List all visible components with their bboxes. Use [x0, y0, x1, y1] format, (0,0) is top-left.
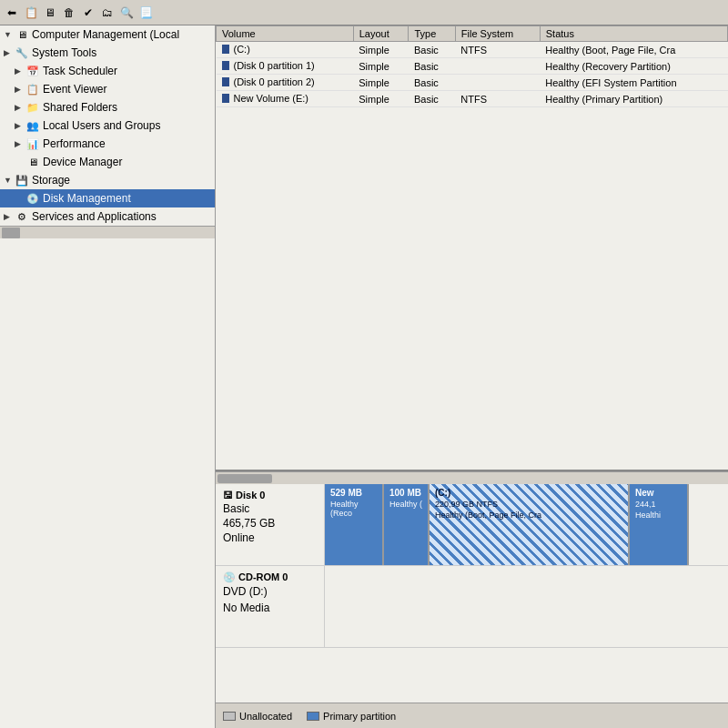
disk-type-disk0: Basic — [223, 502, 317, 515]
icon-device-manager: 🖥 — [25, 155, 40, 169]
cell-filesystem: NTFS — [455, 42, 540, 58]
sidebar-item-disk-management[interactable]: 💿 Disk Management — [0, 189, 215, 207]
expand-icon-services-apps: ▶ — [4, 212, 15, 221]
cell-type: Basic — [409, 75, 455, 91]
cell-type: Basic — [409, 58, 455, 75]
expand-icon-storage: ▼ — [4, 176, 15, 185]
sidebar-item-performance[interactable]: ▶ 📊 Performance — [0, 135, 215, 153]
icon-system-tools: 🔧 — [15, 46, 29, 60]
disk-table-container: Volume Layout Type File System Status (C… — [216, 25, 728, 471]
table-header-row: Volume Layout Type File System Status — [217, 26, 728, 42]
col-filesystem: File System — [455, 26, 540, 42]
legend-bar: Unallocated Primary partition — [216, 703, 728, 728]
expand-icon-task-scheduler: ▶ — [15, 66, 25, 76]
right-panel: Volume Layout Type File System Status (C… — [216, 25, 728, 728]
part-status: Healthy (Reco — [330, 500, 377, 518]
label-shared-folders: Shared Folders — [43, 101, 117, 114]
computer-icon[interactable]: 🖥 — [42, 5, 58, 21]
label-device-manager: Device Manager — [43, 156, 122, 168]
sidebar-root[interactable]: ▼ 🖥 Computer Management (Local — [0, 25, 215, 44]
partition-disk0-1[interactable]: 100 MB Healthy ( — [384, 484, 430, 565]
cell-type: Basic — [409, 42, 455, 58]
sidebar-item-system-tools[interactable]: ▶ 🔧 System Tools — [0, 44, 215, 62]
part-status: Healthi — [635, 511, 682, 520]
expand-icon-event-viewer: ▶ — [15, 85, 25, 94]
partition-disk0-2[interactable]: (C:) 220,99 GB NTFSHealthy (Boot, Page F… — [430, 484, 630, 565]
hscroll-thumb[interactable] — [217, 474, 272, 483]
table-row[interactable]: (Disk 0 partition 2) Simple Basic Health… — [217, 75, 728, 91]
icon-services-apps: ⚙ — [15, 209, 29, 224]
disk-type-cdrom0: DVD (D:) — [223, 585, 317, 598]
cell-type: Basic — [409, 91, 455, 107]
horizontal-scrollbar[interactable] — [216, 471, 728, 484]
folder-icon[interactable]: 🗂 — [99, 5, 116, 21]
disk-row-cdrom0: 💿 CD-ROM 0 DVD (D:) No Media — [216, 566, 728, 648]
part-status: Healthy (Boot, Page File, Cra — [435, 511, 622, 520]
sidebar-item-device-manager[interactable]: 🖥 Device Manager — [0, 153, 215, 171]
back-icon[interactable]: ⬅ — [4, 5, 20, 21]
disk-table-body: (C:) Simple Basic NTFS Healthy (Boot, Pa… — [217, 42, 728, 107]
part-status: Healthy ( — [389, 500, 422, 509]
cell-status: Healthy (Recovery Partition) — [540, 58, 727, 75]
search-icon[interactable]: 🔍 — [118, 5, 135, 21]
partition-disk0-0[interactable]: 529 MB Healthy (Reco — [325, 484, 384, 565]
cell-layout: Simple — [353, 75, 409, 91]
sidebar: ▼ 🖥 Computer Management (Local ▶ 🔧 Syste… — [0, 25, 216, 728]
vol-bar — [222, 77, 229, 86]
label-event-viewer: Event Viewer — [43, 83, 106, 96]
legend-label-primary: Primary partition — [323, 711, 396, 722]
legend-item-primary: Primary partition — [307, 711, 396, 722]
label-performance: Performance — [43, 137, 106, 150]
col-status: Status — [540, 26, 727, 42]
expand-icon-performance: ▶ — [15, 139, 25, 148]
sidebar-scroll-thumb[interactable] — [2, 228, 20, 238]
cell-layout: Simple — [353, 91, 409, 107]
sidebar-item-shared-folders[interactable]: ▶ 📁 Shared Folders — [0, 98, 215, 116]
disk-status-cdrom0: No Media — [223, 602, 317, 614]
icon-local-users: 👥 — [25, 118, 40, 133]
root-expand-icon: ▼ — [4, 30, 15, 39]
icon-disk-management: 💿 — [25, 191, 40, 206]
sidebar-item-services-apps[interactable]: ▶ ⚙ Services and Applications — [0, 207, 215, 226]
legend-item-unalloc: Unallocated — [223, 711, 292, 722]
label-storage: Storage — [32, 174, 70, 187]
delete-icon[interactable]: 🗑 — [61, 5, 77, 21]
cell-filesystem — [455, 75, 540, 91]
icon-event-viewer: 📋 — [25, 82, 40, 96]
check-icon[interactable]: ✔ — [80, 5, 96, 21]
sidebar-item-storage[interactable]: ▼ 💾 Storage — [0, 171, 215, 189]
cell-status: Healthy (Primary Partition) — [540, 91, 727, 107]
table-row[interactable]: (C:) Simple Basic NTFS Healthy (Boot, Pa… — [217, 42, 728, 58]
part-name: 100 MB — [389, 488, 422, 498]
col-layout: Layout — [353, 26, 409, 42]
part-name: 529 MB — [330, 488, 377, 498]
part-name: (C:) — [435, 488, 622, 498]
legend-box-unalloc — [223, 712, 236, 721]
disk-size-disk0: 465,75 GB — [223, 517, 317, 530]
disk-partitions-disk0: 529 MB Healthy (Reco 100 MB Healthy ( (C… — [325, 484, 728, 565]
part-status: 220,99 GB NTFS — [435, 500, 622, 509]
clipboard-icon[interactable]: 📋 — [23, 5, 39, 21]
table-row[interactable]: New Volume (E:) Simple Basic NTFS Health… — [217, 91, 728, 107]
toolbar: ⬅ 📋 🖥 🗑 ✔ 🗂 🔍 📃 — [0, 0, 728, 25]
root-label: Computer Management (Local — [32, 28, 179, 41]
sidebar-scrollbar[interactable] — [0, 226, 215, 238]
disk-name-cdrom0: 💿 CD-ROM 0 — [223, 571, 317, 583]
cell-status: Healthy (Boot, Page File, Cra — [540, 42, 727, 58]
root-icon: 🖥 — [15, 27, 29, 42]
label-task-scheduler: Task Scheduler — [43, 65, 117, 77]
disk-row-disk0: 🖫 Disk 0 Basic 465,75 GB Online 529 MB H… — [216, 484, 728, 566]
main-container: ▼ 🖥 Computer Management (Local ▶ 🔧 Syste… — [0, 25, 728, 728]
table-row[interactable]: (Disk 0 partition 1) Simple Basic Health… — [217, 58, 728, 75]
document-icon[interactable]: 📃 — [137, 5, 154, 21]
icon-shared-folders: 📁 — [25, 100, 40, 115]
disk-label-disk0: 🖫 Disk 0 Basic 465,75 GB Online — [216, 484, 325, 565]
sidebar-item-local-users[interactable]: ▶ 👥 Local Users and Groups — [0, 116, 215, 135]
expand-icon-system-tools: ▶ — [4, 48, 15, 57]
sidebar-item-task-scheduler[interactable]: ▶ 📅 Task Scheduler — [0, 62, 215, 80]
partition-disk0-3[interactable]: New 244,1Healthi — [630, 484, 689, 565]
part-name: New — [635, 488, 682, 498]
vol-bar — [222, 94, 229, 103]
disk-view: 🖫 Disk 0 Basic 465,75 GB Online 529 MB H… — [216, 484, 728, 703]
sidebar-item-event-viewer[interactable]: ▶ 📋 Event Viewer — [0, 80, 215, 98]
